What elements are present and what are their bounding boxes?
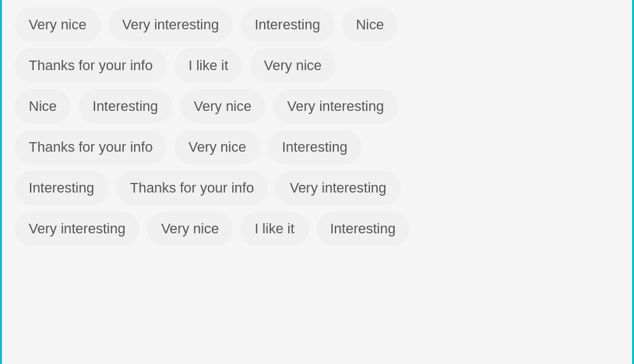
tag-4-0[interactable]: Interesting bbox=[15, 171, 108, 205]
tag-3-1[interactable]: Very nice bbox=[174, 130, 260, 164]
tag-5-3[interactable]: Interesting bbox=[316, 212, 410, 246]
tag-3-0[interactable]: Thanks for your info bbox=[15, 130, 166, 164]
tag-0-0[interactable]: Very nice bbox=[15, 8, 101, 42]
tags-row-0: Very niceVery interestingInterestingNice bbox=[15, 8, 619, 42]
tag-2-3[interactable]: Very interesting bbox=[273, 89, 398, 124]
tag-2-0[interactable]: Nice bbox=[15, 89, 71, 124]
tag-0-1[interactable]: Very interesting bbox=[108, 8, 233, 42]
tag-3-2[interactable]: Interesting bbox=[268, 130, 362, 164]
tags-grid: Very niceVery interestingInterestingNice… bbox=[15, 8, 619, 246]
tags-row-3: Thanks for your infoVery niceInteresting bbox=[15, 130, 619, 164]
tags-row-2: NiceInterestingVery niceVery interesting bbox=[15, 89, 619, 124]
tag-0-2[interactable]: Interesting bbox=[240, 8, 334, 42]
tag-1-2[interactable]: Very nice bbox=[250, 48, 336, 83]
tag-5-1[interactable]: Very nice bbox=[147, 212, 233, 246]
tag-5-2[interactable]: I like it bbox=[240, 212, 308, 246]
tag-2-2[interactable]: Very nice bbox=[180, 89, 266, 124]
tag-1-1[interactable]: I like it bbox=[174, 48, 242, 83]
tag-0-3[interactable]: Nice bbox=[342, 8, 398, 42]
tags-container: Very niceVery interestingInterestingNice… bbox=[0, 0, 634, 364]
tags-row-4: InterestingThanks for your infoVery inte… bbox=[15, 171, 619, 205]
tag-4-2[interactable]: Very interesting bbox=[276, 171, 401, 205]
tag-1-0[interactable]: Thanks for your info bbox=[15, 48, 166, 83]
tags-row-5: Very interestingVery niceI like itIntere… bbox=[15, 212, 619, 246]
tags-row-1: Thanks for your infoI like itVery nice bbox=[15, 48, 619, 83]
tag-4-1[interactable]: Thanks for your info bbox=[116, 171, 268, 205]
tag-5-0[interactable]: Very interesting bbox=[15, 212, 140, 246]
tag-2-1[interactable]: Interesting bbox=[78, 89, 172, 124]
